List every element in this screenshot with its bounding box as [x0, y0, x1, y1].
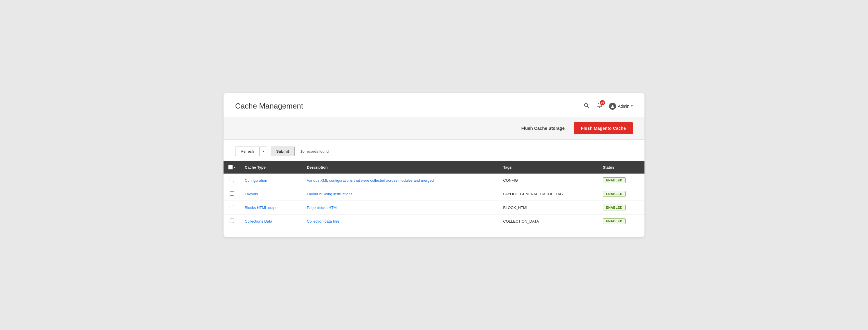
cache-type-name: Blocks HTML output [245, 205, 279, 210]
status-badge: ENABLED [603, 191, 626, 197]
select-all-checkbox[interactable] [228, 165, 233, 169]
tags-text: LAYOUT_GENERAL_CACHE_TAG [503, 192, 563, 196]
chevron-down-icon: ▾ [631, 104, 633, 108]
description-text: Collection data files [307, 219, 340, 224]
description-cell: Collection data files [302, 214, 498, 228]
admin-label: Admin [618, 104, 629, 108]
table-header-row: ▾ Cache Type Description Tags Status [223, 161, 645, 173]
table-row: Configuration Various XML configurations… [223, 173, 645, 187]
description-cell: Various XML configurations that were col… [302, 173, 498, 187]
avatar [609, 103, 616, 110]
tags-cell: COLLECTION_DATA [498, 214, 598, 228]
row-checkbox-cell [223, 187, 240, 201]
cache-type-name: Layouts [245, 192, 258, 196]
row-checkbox[interactable] [229, 191, 234, 196]
status-cell: ENABLED [598, 173, 645, 187]
description-text: Layout building instructions [307, 192, 352, 196]
row-checkbox-cell [223, 214, 240, 228]
col-checkbox-header: ▾ [223, 161, 240, 173]
tags-text: BLOCK_HTML [503, 205, 528, 210]
svg-line-1 [587, 106, 589, 108]
refresh-button[interactable]: Refresh [235, 146, 259, 156]
status-cell: ENABLED [598, 187, 645, 201]
column-dropdown-button[interactable]: ▾ [234, 166, 236, 169]
status-cell: ENABLED [598, 201, 645, 214]
tags-text: CONFIG [503, 178, 518, 183]
status-badge: ENABLED [603, 177, 626, 183]
cache-type-cell: Blocks HTML output [240, 201, 302, 214]
status-cell: ENABLED [598, 214, 645, 228]
tags-cell: LAYOUT_GENERAL_CACHE_TAG [498, 187, 598, 201]
notification-badge: 39 [600, 100, 605, 105]
description-cell: Layout building instructions [302, 187, 498, 201]
flush-magento-cache-button[interactable]: Flush Magento Cache [574, 122, 633, 134]
row-checkbox-cell [223, 201, 240, 214]
col-description-header: Description [302, 161, 498, 173]
flush-cache-storage-button[interactable]: Flush Cache Storage [517, 123, 569, 133]
cache-management-card: Cache Management 39 [223, 93, 645, 237]
flush-toolbar: Flush Cache Storage Flush Magento Cache [223, 117, 645, 140]
tags-cell: CONFIG [498, 173, 598, 187]
cache-type-name: Configuration [245, 178, 267, 183]
description-cell: Page blocks HTML [302, 201, 498, 214]
col-tags-header: Tags [498, 161, 598, 173]
actions-row: Refresh ▾ Submit 16 records found [223, 140, 645, 161]
status-badge: ENABLED [603, 218, 626, 224]
col-status-header: Status [598, 161, 645, 173]
table-row: Collections Data Collection data files C… [223, 214, 645, 228]
status-badge: ENABLED [603, 205, 626, 210]
refresh-dropdown-button[interactable]: ▾ [259, 146, 267, 156]
description-text: Various XML configurations that were col… [307, 178, 434, 183]
records-count: 16 records found [301, 149, 329, 154]
tags-text: COLLECTION_DATA [503, 219, 539, 224]
table-row: Layouts Layout building instructions LAY… [223, 187, 645, 201]
row-checkbox[interactable] [229, 205, 234, 209]
page-title: Cache Management [235, 102, 303, 110]
row-checkbox[interactable] [229, 219, 234, 223]
cache-type-name: Collections Data [245, 219, 272, 224]
admin-menu-button[interactable]: Admin ▾ [609, 103, 633, 110]
table-row: Blocks HTML output Page blocks HTML BLOC… [223, 201, 645, 214]
col-cache-type-header: Cache Type [240, 161, 302, 173]
submit-button[interactable]: Submit [271, 146, 294, 156]
search-button[interactable] [582, 101, 590, 111]
row-checkbox-cell [223, 173, 240, 187]
search-icon [584, 102, 589, 108]
page-header: Cache Management 39 [223, 93, 645, 117]
notification-button[interactable]: 39 [596, 101, 604, 111]
row-checkbox[interactable] [229, 177, 234, 182]
header-actions: 39 Admin ▾ [582, 101, 633, 111]
cache-type-cell: Configuration [240, 173, 302, 187]
tags-cell: BLOCK_HTML [498, 201, 598, 214]
user-icon [611, 104, 615, 108]
description-text: Page blocks HTML [307, 205, 339, 210]
cache-table: ▾ Cache Type Description Tags Status Con… [223, 161, 645, 228]
cache-type-cell: Collections Data [240, 214, 302, 228]
refresh-group: Refresh ▾ [235, 146, 267, 156]
cache-type-cell: Layouts [240, 187, 302, 201]
